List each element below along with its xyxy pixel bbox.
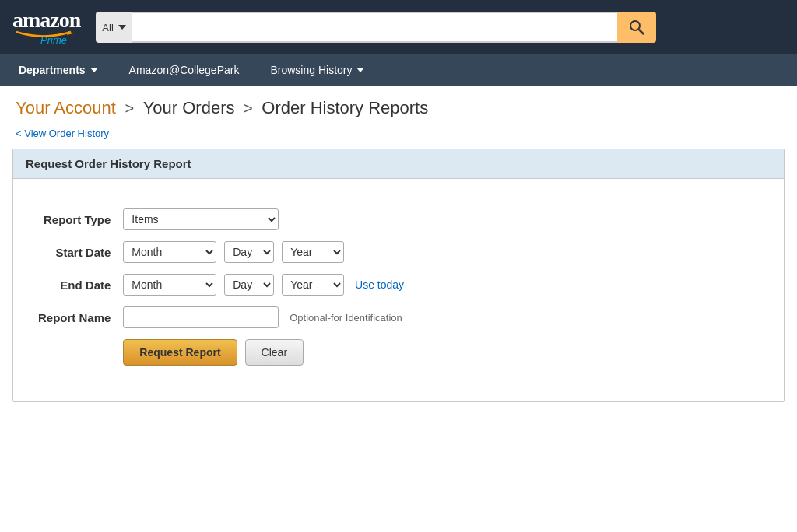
form-table: Report Type Items Orders Shipments Refun… <box>38 198 404 376</box>
search-icon <box>629 19 644 35</box>
search-bar[interactable]: All <box>96 12 656 43</box>
account-nav[interactable]: Amazon@CollegePark <box>123 54 246 86</box>
optional-text: Optional-for Identification <box>290 312 402 324</box>
report-type-label: Report Type <box>38 208 123 230</box>
report-type-field[interactable]: Items Orders Shipments Refunds <box>123 208 404 230</box>
browsing-history-nav[interactable]: Browsing History <box>264 54 370 86</box>
breadcrumb-separator-2: > <box>244 100 253 117</box>
search-input[interactable] <box>132 12 618 43</box>
order-history-reports-title: Order History Reports <box>262 98 428 117</box>
search-button[interactable] <box>617 12 656 43</box>
amazon-logo: amazon <box>12 9 80 31</box>
search-category-select[interactable]: All <box>96 12 132 43</box>
start-year-select[interactable]: Year 202420232022 202120202019 201820172… <box>282 241 344 263</box>
end-month-select[interactable]: Month JanuaryFebruaryMarch AprilMayJune … <box>123 274 216 296</box>
end-date-label: End Date <box>38 274 123 296</box>
start-day-select[interactable]: Day for(let i=1;i<=31;i++) document.writ… <box>224 241 274 263</box>
report-name-row: Report Name Optional-for Identification <box>38 306 404 328</box>
clear-button[interactable]: Clear <box>245 339 304 366</box>
breadcrumb: Your Account > Your Orders > Order Histo… <box>0 86 797 124</box>
your-orders-link[interactable]: Your Orders <box>143 98 235 117</box>
your-account-link[interactable]: Your Account <box>16 98 116 117</box>
report-name-input[interactable] <box>123 306 279 328</box>
top-header: amazon Prime All <box>0 0 797 54</box>
start-date-row: Start Date Month JanuaryFebruaryMarch Ap… <box>38 241 404 263</box>
report-name-label: Report Name <box>38 306 123 328</box>
departments-nav[interactable]: Departments <box>12 54 104 86</box>
use-today-link[interactable]: Use today <box>355 278 404 291</box>
start-date-label: Start Date <box>38 241 123 263</box>
buttons-row: Request Report Clear <box>38 339 404 366</box>
start-date-field[interactable]: Month JanuaryFebruaryMarch AprilMayJune … <box>123 241 404 263</box>
request-report-button[interactable]: Request Report <box>123 339 237 366</box>
buttons-field: Request Report Clear <box>123 339 404 366</box>
card-body: Report Type Items Orders Shipments Refun… <box>13 179 784 401</box>
main-card: Request Order History Report Report Type… <box>12 149 785 402</box>
end-date-field[interactable]: Month JanuaryFebruaryMarch AprilMayJune … <box>123 274 404 296</box>
view-order-history-link[interactable]: < View Order History <box>0 124 797 149</box>
report-type-select[interactable]: Items Orders Shipments Refunds <box>123 208 279 230</box>
start-month-select[interactable]: Month JanuaryFebruaryMarch AprilMayJune … <box>123 241 216 263</box>
card-title: Request Order History Report <box>26 157 191 170</box>
report-name-field[interactable]: Optional-for Identification <box>123 306 404 328</box>
nav-bar: Departments Amazon@CollegePark Browsing … <box>0 54 797 86</box>
buttons-container: Request Report Clear <box>123 339 404 366</box>
category-dropdown-icon <box>118 25 126 30</box>
departments-dropdown-icon <box>90 68 98 72</box>
end-year-select[interactable]: Year 202420232022 202120202019 201820172… <box>282 274 344 296</box>
card-header: Request Order History Report <box>13 149 784 179</box>
svg-line-2 <box>639 30 644 34</box>
browsing-history-dropdown-icon <box>356 68 364 72</box>
end-date-row: End Date Month JanuaryFebruaryMarch Apri… <box>38 274 404 296</box>
smile-icon <box>12 30 75 37</box>
end-day-select[interactable]: Day for(let i=1;i<=31;i++) document.writ… <box>224 274 274 296</box>
breadcrumb-separator-1: > <box>125 100 134 117</box>
svg-point-1 <box>630 21 640 30</box>
logo-area[interactable]: amazon Prime <box>12 9 80 46</box>
report-type-row: Report Type Items Orders Shipments Refun… <box>38 208 404 230</box>
